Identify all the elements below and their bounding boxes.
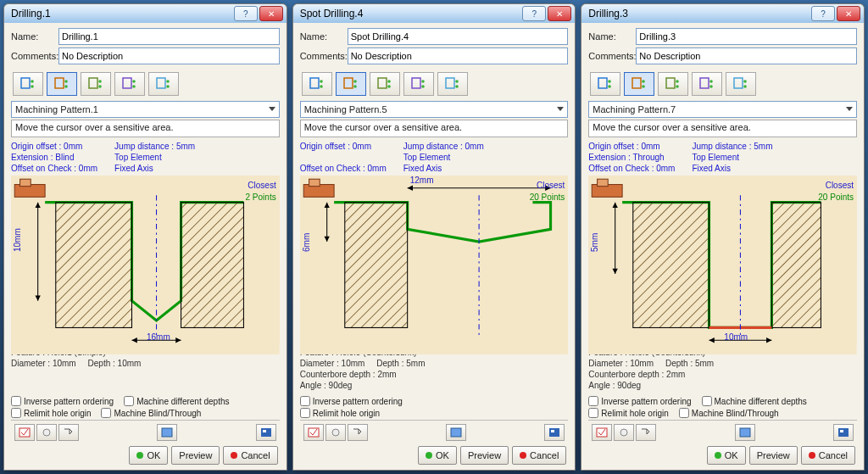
hint-text: Move the cursor over a sensitive area.: [11, 120, 280, 137]
comments-input[interactable]: [636, 47, 857, 64]
name-input[interactable]: [58, 28, 280, 45]
tab-3[interactable]: [692, 72, 722, 96]
pattern-combo[interactable]: Machining Pattern.7: [588, 101, 857, 118]
check-inverse[interactable]: Inverse pattern ordering: [300, 396, 403, 406]
close-button[interactable]: ✕: [259, 6, 283, 21]
geometry-diagram[interactable]: Closest20 Points5mm10mm: [588, 176, 857, 344]
check-inverse[interactable]: Inverse pattern ordering: [588, 396, 691, 406]
preview-button[interactable]: Preview: [749, 446, 798, 465]
svg-rect-77: [633, 202, 709, 327]
check-relimit[interactable]: Relimit hole origin: [588, 408, 668, 418]
titlebar[interactable]: Spot Drilling.4?✕: [293, 4, 576, 23]
tab-2[interactable]: [81, 72, 111, 96]
geometry-params: Origin offset : 0mm Extension : Blind Of…: [11, 141, 280, 174]
mini-btn-right[interactable]: [256, 424, 276, 441]
pattern-combo[interactable]: Machining Pattern.1: [11, 101, 280, 118]
svg-rect-9: [123, 78, 131, 88]
tab-3[interactable]: [403, 72, 434, 96]
check-diff-depths[interactable]: Machine different depths: [702, 396, 807, 406]
help-button[interactable]: ?: [811, 6, 835, 21]
cancel-button[interactable]: Cancel: [512, 446, 566, 465]
mini-btn-1[interactable]: [14, 424, 35, 441]
cancel-button[interactable]: Cancel: [801, 446, 855, 465]
check-diff-depths[interactable]: Machine different depths: [124, 396, 229, 406]
tab-4[interactable]: [437, 72, 468, 96]
ok-icon: [136, 452, 143, 459]
titlebar[interactable]: Drilling.1?✕: [4, 4, 287, 23]
cancel-button[interactable]: Cancel: [223, 446, 277, 465]
dialog-2: Drilling.3?✕Name:Comments:Machining Patt…: [581, 3, 865, 471]
window-title: Drilling.1: [8, 8, 232, 20]
svg-point-36: [387, 80, 391, 83]
titlebar[interactable]: Drilling.3?✕: [581, 4, 864, 23]
check-blind-through[interactable]: Machine Blind/Through: [679, 408, 779, 418]
ok-button[interactable]: OK: [129, 446, 168, 465]
svg-point-60: [609, 85, 612, 88]
tab-4[interactable]: [148, 72, 179, 96]
mini-btn-center[interactable]: [157, 424, 177, 441]
tab-3[interactable]: [114, 72, 145, 96]
dim-a[interactable]: 6mm: [302, 233, 311, 252]
svg-rect-26: [162, 428, 172, 437]
tab-0[interactable]: [302, 72, 332, 96]
tab-1[interactable]: [336, 72, 366, 96]
mini-btn-3[interactable]: [636, 424, 656, 441]
preview-button[interactable]: Preview: [171, 446, 220, 465]
comments-input[interactable]: [348, 47, 569, 64]
mini-btn-center[interactable]: [735, 424, 755, 441]
svg-rect-64: [666, 78, 675, 88]
geometry-diagram[interactable]: Closest20 Points6mm12mm: [300, 176, 569, 344]
tab-1[interactable]: [624, 72, 654, 96]
dim-a[interactable]: 10mm: [13, 228, 22, 252]
svg-point-1: [31, 80, 34, 83]
svg-point-25: [43, 429, 50, 436]
mini-btn-1[interactable]: [592, 424, 612, 441]
tab-2[interactable]: [658, 72, 688, 96]
svg-rect-19: [56, 202, 132, 327]
window-title: Spot Drilling.4: [297, 8, 521, 20]
geometry-diagram[interactable]: Closest2 Points10mm16mm: [11, 176, 280, 344]
pattern-combo[interactable]: Machining Pattern.5: [300, 101, 569, 118]
closest-label: Closest: [248, 181, 275, 190]
mini-btn-2[interactable]: [326, 424, 346, 441]
help-button[interactable]: ?: [522, 6, 546, 21]
name-input[interactable]: [636, 28, 857, 45]
dialog-1: Spot Drilling.4?✕Name:Comments:Machining…: [292, 3, 576, 471]
svg-point-68: [710, 80, 714, 83]
close-button[interactable]: ✕: [837, 6, 860, 21]
tab-0[interactable]: [590, 72, 620, 96]
check-inverse[interactable]: Inverse pattern ordering: [11, 396, 114, 406]
mini-btn-right[interactable]: [544, 424, 565, 441]
name-label: Name:: [11, 31, 58, 42]
cancel-icon: [809, 452, 815, 459]
tab-0[interactable]: [13, 72, 43, 96]
svg-rect-58: [598, 78, 607, 88]
svg-rect-57: [551, 430, 554, 432]
mini-btn-3[interactable]: [348, 424, 368, 441]
dim-b[interactable]: 10mm: [724, 332, 748, 342]
check-relimit[interactable]: Relimit hole origin: [11, 408, 91, 418]
check-relimit[interactable]: Relimit hole origin: [300, 408, 380, 418]
tab-4[interactable]: [726, 72, 756, 96]
tab-2[interactable]: [370, 72, 400, 96]
mini-btn-2[interactable]: [36, 424, 57, 441]
svg-point-59: [609, 80, 612, 83]
tab-1[interactable]: [47, 72, 77, 96]
name-input[interactable]: [348, 28, 569, 45]
dim-b[interactable]: 16mm: [147, 332, 170, 342]
mini-btn-2[interactable]: [614, 424, 634, 441]
mini-btn-1[interactable]: [303, 424, 324, 441]
check-blind-through[interactable]: Machine Blind/Through: [101, 408, 201, 418]
mini-btn-center[interactable]: [446, 424, 466, 441]
preview-button[interactable]: Preview: [460, 446, 509, 465]
mini-btn-right[interactable]: [833, 424, 854, 441]
ok-button[interactable]: OK: [418, 446, 457, 465]
dim-c[interactable]: 12mm: [410, 176, 434, 185]
help-button[interactable]: ?: [234, 6, 258, 21]
ok-button[interactable]: OK: [707, 446, 746, 465]
mini-btn-3[interactable]: [58, 424, 79, 441]
dim-a[interactable]: 5mm: [590, 233, 599, 252]
close-button[interactable]: ✕: [548, 6, 571, 21]
hint-text: Move the cursor over a sensitive area.: [300, 120, 569, 137]
comments-input[interactable]: [58, 47, 280, 64]
